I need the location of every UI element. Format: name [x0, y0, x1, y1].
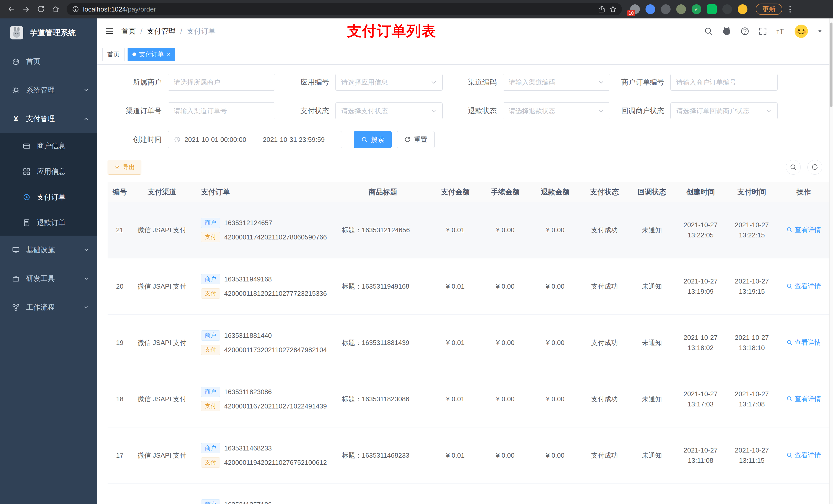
- extension-icon[interactable]: [707, 4, 717, 14]
- reset-button[interactable]: 重置: [397, 131, 435, 148]
- dashboard-icon: [12, 57, 20, 66]
- col-title: 商品标题: [336, 182, 430, 202]
- sidebar-item-merchant-info[interactable]: 商户信息: [0, 133, 97, 159]
- filter-refund-status: 退款状态 请选择退款状态: [443, 102, 610, 119]
- font-size-icon[interactable]: TT: [776, 27, 785, 36]
- channel-code-select[interactable]: 请输入渠道编码: [503, 74, 610, 91]
- breadcrumb-home[interactable]: 首页: [121, 26, 136, 36]
- sidebar-item-dev-tools[interactable]: 研发工具: [0, 264, 97, 293]
- chevron-down-icon: [431, 108, 437, 114]
- merchant-select-input[interactable]: [168, 74, 275, 91]
- refund-amount: ¥ 0.00: [530, 371, 580, 427]
- emoji-avatar-icon: [794, 24, 808, 39]
- toggle-search-button[interactable]: [786, 160, 801, 175]
- export-button[interactable]: 导出: [108, 160, 141, 175]
- share-icon[interactable]: [598, 5, 605, 13]
- browser-reload-button[interactable]: [34, 3, 48, 16]
- browser-update-button[interactable]: 更新: [756, 4, 782, 15]
- sidebar-item-system[interactable]: 系统管理: [0, 76, 97, 104]
- view-detail-link[interactable]: 查看详情: [786, 338, 821, 347]
- pay-channel: 微信 JSAPI 支付: [132, 314, 192, 371]
- table-row[interactable]: 20 微信 JSAPI 支付 商户1635311949168 支付4200001…: [108, 258, 830, 314]
- github-icon[interactable]: [722, 26, 732, 36]
- scrollbar[interactable]: [829, 19, 833, 504]
- fee-amount: ¥ 0.00: [480, 314, 530, 371]
- svg-text:T: T: [777, 30, 779, 35]
- browser-menu-icon[interactable]: [789, 6, 791, 13]
- fullscreen-icon[interactable]: [758, 27, 767, 36]
- extension-icon[interactable]: ✓: [692, 4, 701, 14]
- create-time: 2021-10-2713:19:09: [675, 258, 726, 314]
- profile-avatar-icon[interactable]: [738, 4, 747, 14]
- filter-channel-order-no: 渠道订单号: [108, 102, 275, 119]
- site-info-icon[interactable]: [72, 5, 79, 13]
- notify-status: 未通知: [629, 371, 675, 427]
- product-title: [336, 483, 430, 504]
- refund-status-select[interactable]: 请选择退款状态: [503, 102, 610, 119]
- view-detail-link[interactable]: 查看详情: [786, 282, 821, 291]
- sidebar-item-refund-order[interactable]: 退款订单: [0, 210, 97, 236]
- breadcrumb-payment[interactable]: 支付管理: [147, 26, 176, 36]
- merchant-order-no: 1635312124657: [224, 219, 272, 227]
- address-bar[interactable]: localhost:1024/pay/order: [67, 3, 622, 15]
- create-time: 2021-10-2713:22:05: [675, 202, 726, 258]
- channel-order-no: 4200001173202110272847982104: [224, 346, 327, 354]
- view-icon: [786, 396, 792, 402]
- page-title: 支付订单列表: [347, 22, 436, 41]
- table-row[interactable]: 商户1635311357186 支付 查看详情: [108, 483, 830, 504]
- merchant-order-no-input[interactable]: [670, 74, 778, 91]
- document-icon: [23, 219, 31, 227]
- caret-down-icon[interactable]: [817, 28, 823, 34]
- pay-status-select[interactable]: 请选择支付状态: [335, 102, 443, 119]
- extension-icon[interactable]: [676, 4, 686, 14]
- tab-home[interactable]: 首页: [102, 48, 124, 61]
- refresh-table-button[interactable]: [807, 160, 822, 175]
- table-row[interactable]: 21 微信 JSAPI 支付 商户1635312124657 支付4200001…: [108, 202, 830, 258]
- table-row[interactable]: 19 微信 JSAPI 支付 商户1635311881440 支付4200001…: [108, 314, 830, 371]
- active-dot-icon: [133, 52, 136, 56]
- tab-close-icon[interactable]: ×: [167, 51, 170, 57]
- product-title: 标题：1635311949168: [336, 258, 430, 314]
- sidebar-item-workflow[interactable]: 工作流程: [0, 293, 97, 322]
- pay-order-cell: 商户1635311823086 支付4200001167202110271022…: [194, 387, 334, 411]
- chevron-down-icon: [766, 108, 772, 114]
- tab-pay-order[interactable]: 支付订单 ×: [127, 48, 175, 61]
- table-row[interactable]: 18 微信 JSAPI 支付 商户1635311823086 支付4200001…: [108, 371, 830, 427]
- filter-channel-code: 渠道编码 请输入渠道编码: [443, 74, 610, 91]
- svg-text:T: T: [780, 28, 784, 35]
- bookmark-star-icon[interactable]: [609, 5, 617, 13]
- col-fee: 手续金额: [480, 182, 530, 202]
- extensions-pin-icon[interactable]: [722, 4, 732, 14]
- app-logo[interactable]: 芋道管理系统: [0, 19, 97, 47]
- gear-icon: [12, 86, 20, 94]
- notify-status-select[interactable]: 请选择订单回调商户状态: [670, 102, 778, 119]
- extension-icon[interactable]: [645, 4, 655, 14]
- table-row[interactable]: 17 微信 JSAPI 支付 商户1635311468233 支付4200001…: [108, 427, 830, 483]
- sidebar-item-home[interactable]: 首页: [0, 47, 97, 76]
- extension-icon[interactable]: 10: [630, 4, 640, 14]
- view-detail-link[interactable]: 查看详情: [786, 394, 821, 403]
- chevron-down-icon: [431, 79, 437, 85]
- search-button[interactable]: 搜索: [354, 131, 392, 148]
- browser-forward-button[interactable]: [20, 3, 33, 16]
- hamburger-icon[interactable]: [105, 27, 114, 35]
- app-select[interactable]: 请选择应用信息: [335, 74, 443, 91]
- user-avatar[interactable]: [794, 24, 808, 39]
- sidebar-item-pay-order[interactable]: 支付订单: [0, 184, 97, 210]
- date-range-picker[interactable]: 2021-10-01 00:00:00 - 2021-10-31 23:59:5…: [168, 131, 342, 148]
- browser-back-button[interactable]: [5, 3, 18, 16]
- help-icon[interactable]: [740, 27, 749, 36]
- scrollbar-thumb[interactable]: [830, 23, 832, 107]
- search-icon[interactable]: [704, 27, 713, 36]
- channel-order-no: 4200001174202110278060590766: [224, 233, 327, 241]
- sidebar-item-app-info[interactable]: 应用信息: [0, 159, 97, 184]
- view-detail-link[interactable]: 查看详情: [786, 225, 821, 234]
- pay-status: 支付成功: [580, 371, 629, 427]
- sidebar-item-infra[interactable]: 基础设施: [0, 236, 97, 264]
- extension-icon[interactable]: [661, 4, 671, 14]
- sidebar-item-payment[interactable]: ¥ 支付管理: [0, 104, 97, 133]
- view-detail-link[interactable]: 查看详情: [786, 451, 821, 460]
- channel-order-no-input[interactable]: [168, 102, 275, 119]
- view-icon: [786, 339, 792, 345]
- browser-home-button[interactable]: [49, 3, 63, 16]
